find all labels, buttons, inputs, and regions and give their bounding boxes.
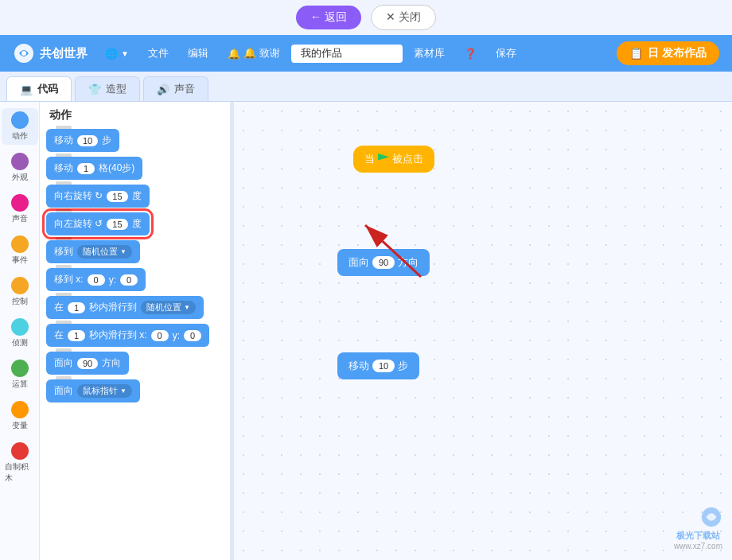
sidebar-item-events[interactable]: 事件 (2, 232, 38, 269)
sidebar-item-sound[interactable]: 声音 (2, 191, 38, 228)
block-row-face-dir: 面向 90 方向 (46, 352, 224, 375)
publish-button[interactable]: 📋 日 发布作品 (617, 41, 719, 65)
operators-icon (11, 360, 29, 377)
motion-icon (11, 111, 29, 129)
sensing-icon (11, 318, 29, 336)
block-row-rotate-right: 向右旋转 ↻ 15 度 (46, 185, 224, 208)
watermark: 极光下载站 www.xz7.com (674, 506, 722, 550)
top-bar: ← 返回 ✕ 关闭 (0, 0, 732, 35)
sound-icon (11, 194, 29, 212)
custom-icon (11, 442, 29, 460)
canvas-block-move-steps[interactable]: 移动 10 步 (337, 352, 419, 379)
panel-title: 动作 (46, 108, 224, 122)
project-name-input[interactable] (291, 45, 403, 63)
block-glide-xy[interactable]: 在 1 秒内滑行到 x: 0 y: 0 (46, 324, 209, 347)
logo: 共创世界 (13, 42, 88, 64)
appearance-icon (11, 153, 29, 170)
goto-dropdown[interactable]: 随机位置▼ (77, 245, 132, 259)
sidebar-item-operators[interactable]: 运算 (2, 356, 38, 393)
watermark-icon (700, 506, 722, 528)
block-row-face-mouse: 面向 鼠标指针▼ (46, 379, 224, 402)
block-goto-xy[interactable]: 移到 x: 0 y: 0 (46, 268, 146, 291)
block-move-grid[interactable]: 移动 1 格(40步) (46, 157, 142, 180)
face-mouse-dropdown[interactable]: 鼠标指针▼ (77, 384, 132, 398)
block-rotate-left[interactable]: 向左旋转 ↺ 15 度 (46, 212, 150, 235)
block-row-goto-xy: 移到 x: 0 y: 0 (46, 268, 224, 291)
block-face-mouse[interactable]: 面向 鼠标指针▼ (46, 379, 140, 402)
svg-point-1 (21, 51, 26, 56)
edit-menu[interactable]: 编辑 (180, 43, 216, 64)
save-button[interactable]: 保存 (488, 43, 524, 64)
globe-menu[interactable]: 🌐 ▼ (97, 45, 137, 63)
tabs-bar: 💻 代码 👕 造型 🔊 声音 (0, 72, 732, 102)
block-row-move: 移动 10 步 (46, 129, 224, 152)
sidebar-item-variables[interactable]: 变量 (2, 398, 38, 434)
block-row-glide: 在 1 秒内滑行到 随机位置▼ (46, 296, 224, 319)
block-rotate-right[interactable]: 向右旋转 ↻ 15 度 (46, 185, 150, 208)
menu-bar: 共创世界 🌐 ▼ 文件 编辑 🔔 🔔 致谢 素材库 ❓ 保存 📋 日 发布作品 (0, 35, 732, 72)
sidebar-item-custom[interactable]: 自制积木 (2, 439, 38, 487)
help-menu[interactable]: ❓ (456, 45, 485, 63)
glide-dropdown[interactable]: 随机位置▼ (141, 301, 196, 314)
close-button[interactable]: ✕ 关闭 (371, 5, 436, 30)
logo-icon (13, 42, 35, 64)
block-row-glide-xy: 在 1 秒内滑行到 x: 0 y: 0 (46, 324, 224, 347)
block-goto[interactable]: 移到 随机位置▼ (46, 240, 140, 263)
thanks-menu[interactable]: 🔔 🔔 致谢 (220, 43, 288, 64)
file-menu[interactable]: 文件 (140, 43, 177, 64)
control-icon (11, 277, 29, 294)
canvas-block-face-direction[interactable]: 面向 90 方向 (337, 249, 430, 276)
sidebar-item-control[interactable]: 控制 (2, 274, 38, 310)
blocks-panel: 动作 移动 10 步 移动 1 格(40步) 向右旋转 ↻ 15 度 (40, 102, 231, 560)
sidebar-icons: 动作 外观 声音 事件 控制 侦测 运算 变量 (0, 102, 40, 560)
arrow-annotation (234, 102, 732, 560)
block-move-steps[interactable]: 移动 10 步 (46, 129, 119, 152)
canvas-block-when-clicked[interactable]: 当 被点击 (353, 146, 434, 173)
assets-menu[interactable]: 素材库 (406, 43, 453, 64)
block-row-rotate-left: 向左旋转 ↺ 15 度 (46, 212, 224, 235)
block-row-move-grid: 移动 1 格(40步) (46, 157, 224, 180)
variables-icon (11, 401, 29, 418)
block-face-direction[interactable]: 面向 90 方向 (46, 352, 129, 375)
back-button[interactable]: ← 返回 (296, 6, 361, 29)
events-icon (11, 235, 29, 253)
tab-costume[interactable]: 👕 造型 (75, 76, 140, 101)
main-content: 动作 外观 声音 事件 控制 侦测 运算 变量 (0, 102, 732, 560)
tab-code[interactable]: 💻 代码 (6, 76, 72, 101)
sidebar-item-appearance[interactable]: 外观 (2, 150, 38, 186)
sidebar-item-sensing[interactable]: 侦测 (2, 315, 38, 352)
canvas-area[interactable]: 当 被点击 面向 90 方向 移动 10 步 (234, 102, 732, 560)
block-row-goto: 移到 随机位置▼ (46, 240, 224, 263)
block-glide[interactable]: 在 1 秒内滑行到 随机位置▼ (46, 296, 204, 319)
tab-sound[interactable]: 🔊 声音 (143, 76, 208, 101)
sidebar-item-motion[interactable]: 动作 (2, 108, 38, 145)
